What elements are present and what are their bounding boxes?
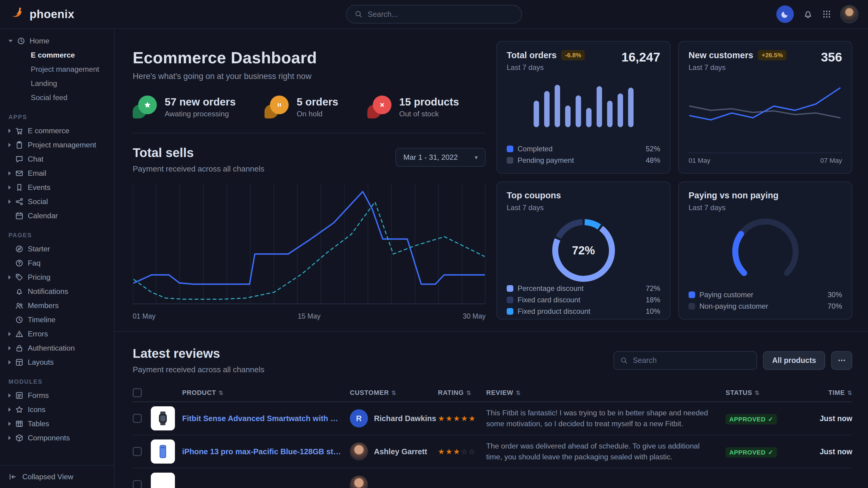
sidebar-item-events[interactable]: Events [5, 180, 109, 194]
theme-toggle-button[interactable] [776, 5, 794, 23]
sidebar-item-pricing[interactable]: Pricing [5, 270, 109, 284]
sort-icon: ⇅ [466, 389, 471, 396]
column-header-rating[interactable]: RATING⇅ [438, 389, 486, 397]
star-filled-icon: ★ [453, 414, 461, 423]
sidebar-item-email[interactable]: Email [5, 166, 109, 180]
column-header-review[interactable]: REVIEW⇅ [486, 389, 726, 397]
more-options-button[interactable]: ⋯ [831, 351, 852, 370]
sidebar-item-calendar[interactable]: Calendar [5, 208, 109, 223]
customer-cell: RRichard Dawkins [350, 409, 438, 427]
date-range-select[interactable]: Mar 1 - 31, 2022 ▾ [395, 148, 486, 167]
product-link[interactable]: iPhone 13 pro max-Pacific Blue-128GB sto… [182, 447, 350, 456]
sidebar-item-project-management[interactable]: Project management [5, 138, 109, 152]
legend-value: 72% [646, 284, 660, 293]
row-checkbox[interactable] [133, 480, 142, 488]
apps-grid-button[interactable] [822, 10, 831, 19]
warning-icon [15, 330, 24, 338]
user-avatar[interactable] [840, 5, 858, 23]
staricon-icon [15, 405, 24, 414]
product-link[interactable]: Fitbit Sense Advanced Smartwatch with To… [182, 414, 350, 423]
column-header-product[interactable]: PRODUCT⇅ [182, 389, 350, 397]
sidebar-subitem-landing[interactable]: Landing [5, 76, 109, 90]
legend-value: 10% [646, 307, 660, 316]
customer-cell: Ashley Garrett [350, 443, 438, 461]
legend-swatch [507, 285, 513, 292]
customer-name: Ashley Garrett [374, 447, 427, 456]
donut-center-label: 72% [550, 217, 617, 284]
stat-caption: Out of stock [399, 110, 459, 118]
legend-row: Fixed product discount10% [507, 307, 660, 316]
sidebar-item-notifications[interactable]: Notifications [5, 284, 109, 298]
kpi-cards-grid: Total orders -6.8% Last 7 days 16,247 Co… [496, 41, 852, 320]
status-cell: APPROVED✓ [726, 413, 810, 424]
sidebar-item-members[interactable]: Members [5, 298, 109, 313]
layout-icon [15, 358, 24, 366]
select-all-checkbox[interactable] [133, 388, 142, 397]
column-header-status[interactable]: STATUS⇅ [726, 389, 810, 397]
orders-bar-chart [529, 76, 638, 130]
sidebar-item-tables[interactable]: Tables [5, 417, 109, 431]
caret-icon [8, 436, 11, 440]
sidebar-item-e-commerce[interactable]: E commerce [5, 124, 109, 138]
card-title: Paying vs non paying [688, 191, 778, 200]
sidebar-subitem-e-commerce[interactable]: E commerce [5, 48, 109, 62]
reviews-controls: All products ⋯ [614, 351, 852, 370]
brand[interactable]: phoenix [10, 5, 115, 23]
sidebar-item-components[interactable]: Components [5, 431, 109, 445]
navbar-search-input[interactable] [368, 10, 514, 19]
cross-stat-icon [367, 96, 392, 119]
sidebar-item-forms[interactable]: Forms [5, 388, 109, 402]
sidebar-item-layouts[interactable]: Layouts [5, 355, 109, 369]
sidebar-item-home[interactable]: Home [5, 34, 109, 48]
legend-row: Non-paying customer70% [688, 302, 842, 311]
bell-icon [15, 287, 24, 296]
card-title: Total orders [507, 50, 556, 60]
section-label-pages: PAGES [8, 232, 109, 239]
review-text: This Fitbit is fantastic! I was trying t… [486, 408, 726, 429]
sidebar-item-icons[interactable]: Icons [5, 402, 109, 417]
legend-value: 30% [828, 291, 842, 299]
row-checkbox[interactable] [133, 447, 142, 456]
chevron-down-icon: ▾ [475, 154, 478, 161]
reviews-table: PRODUCT⇅CUSTOMER⇅RATING⇅REVIEW⇅STATUS⇅TI… [133, 384, 852, 488]
reviews-title: Latest reviews [133, 346, 264, 361]
notifications-button[interactable] [803, 9, 813, 19]
sidebar-item-chat[interactable]: Chat [5, 152, 109, 166]
column-header-time[interactable]: TIME⇅ [810, 389, 852, 397]
sidebar-item-errors[interactable]: Errors [5, 327, 109, 341]
new-customers-x-axis: 01 May07 May [688, 153, 842, 165]
coupons-donut-chart: 72% [550, 217, 617, 284]
column-header-customer[interactable]: CUSTOMER⇅ [350, 389, 438, 397]
legend-value: 70% [828, 302, 842, 311]
axis-tick: 01 May [688, 157, 710, 165]
sidebar: HomeE commerceProject managementLandingS… [0, 29, 115, 488]
axis-tick: 07 May [820, 157, 842, 165]
sidebar-subitem-project-management[interactable]: Project management [5, 62, 109, 76]
sidebar-item-social[interactable]: Social [5, 194, 109, 208]
brand-name: phoenix [30, 8, 74, 21]
sidebar-item-authentication[interactable]: Authentication [5, 341, 109, 355]
clock-icon [15, 316, 24, 324]
table-row [133, 468, 852, 488]
table-row: iPhone 13 pro max-Pacific Blue-128GB sto… [133, 435, 852, 468]
sidebar-item-label: Icons [28, 405, 45, 414]
reviews-search-input[interactable] [633, 356, 750, 365]
check-icon: ✓ [768, 416, 773, 423]
legend-row: Fixed card discount18% [507, 296, 660, 304]
top-coupons-card: Top coupons Last 7 days 72% Percentage d… [496, 182, 671, 320]
caret-icon [8, 185, 11, 190]
caret-icon [8, 346, 11, 350]
sidebar-item-label: Starter [28, 245, 50, 253]
legend-row: Completed52% [507, 145, 660, 153]
sidebar-subitem-social-feed[interactable]: Social feed [5, 90, 109, 105]
row-checkbox[interactable] [133, 414, 142, 423]
section-label-modules: MODULES [8, 378, 109, 385]
all-products-button[interactable]: All products [763, 351, 825, 370]
collapse-view-toggle[interactable]: Collapsed View [0, 465, 114, 488]
sidebar-item-faq[interactable]: Faq [5, 256, 109, 270]
share-icon [15, 197, 24, 206]
sidebar-item-timeline[interactable]: Timeline [5, 313, 109, 327]
sidebar-item-label: E commerce [28, 127, 69, 135]
sort-icon: ⇅ [516, 389, 521, 396]
sidebar-item-starter[interactable]: Starter [5, 242, 109, 256]
